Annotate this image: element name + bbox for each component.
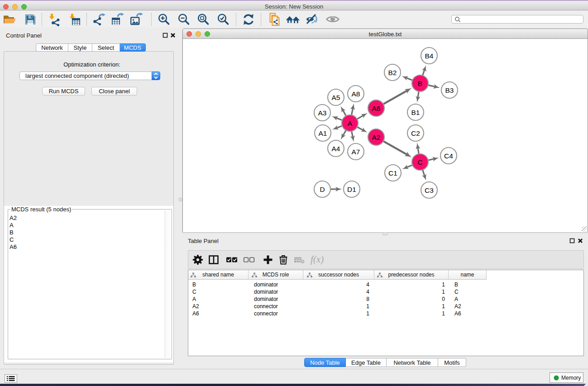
svg-text:C: C <box>417 158 422 166</box>
svg-text:C3: C3 <box>425 186 434 194</box>
svg-text:A7: A7 <box>352 148 360 156</box>
svg-text:C2: C2 <box>411 129 420 137</box>
svg-text:D1: D1 <box>347 186 356 193</box>
svg-text:A4: A4 <box>332 145 340 152</box>
svg-text:A8: A8 <box>352 90 360 98</box>
svg-text:D: D <box>320 186 325 193</box>
svg-text:C4: C4 <box>444 152 453 160</box>
svg-text:A3: A3 <box>318 109 327 117</box>
svg-text:C1: C1 <box>388 169 397 177</box>
svg-text:A5: A5 <box>332 94 340 101</box>
svg-text:A1: A1 <box>319 129 327 137</box>
svg-text:B4: B4 <box>425 52 434 60</box>
svg-text:A2: A2 <box>372 133 381 141</box>
svg-text:A: A <box>348 119 353 127</box>
svg-text:A6: A6 <box>372 105 381 112</box>
svg-text:B1: B1 <box>411 109 420 116</box>
svg-text:B: B <box>418 80 422 87</box>
svg-text:B2: B2 <box>388 69 397 76</box>
svg-text:B3: B3 <box>445 86 454 94</box>
